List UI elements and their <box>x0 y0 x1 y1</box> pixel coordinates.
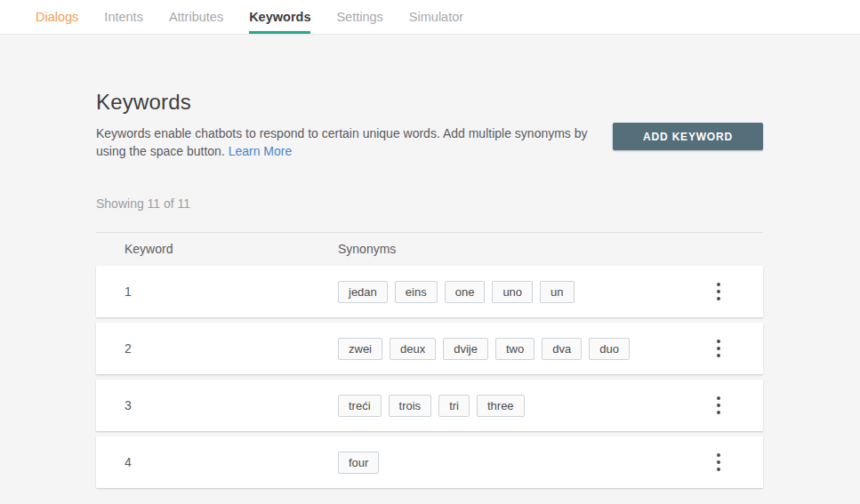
keyword-cell: 3 <box>96 398 338 412</box>
page-description-text: Keywords enable chatbots to respond to c… <box>96 126 588 158</box>
page-title: Keywords <box>96 90 763 115</box>
synonyms-cell: four <box>338 452 631 474</box>
tab-simulator[interactable]: Simulator <box>409 0 463 34</box>
page-header: Keywords Keywords enable chatbots to res… <box>96 35 763 160</box>
keyword-cell: 4 <box>96 455 338 469</box>
tab-attributes[interactable]: Attributes <box>169 0 223 34</box>
tab-settings[interactable]: Settings <box>336 0 382 34</box>
synonym-chip[interactable]: tri <box>438 395 470 417</box>
row-menu <box>713 279 763 304</box>
row-menu <box>713 450 763 475</box>
kebab-menu-icon[interactable] <box>713 450 724 475</box>
table-row: 2 zweideuxdvijetwodvaduo <box>96 323 763 374</box>
column-header-keyword: Keyword <box>96 242 338 256</box>
synonym-chip[interactable]: three <box>477 395 525 417</box>
synonym-chip[interactable]: dva <box>542 338 582 360</box>
top-nav: DialogsIntentsAttributesKeywordsSettings… <box>0 0 860 35</box>
kebab-menu-icon[interactable] <box>713 336 724 361</box>
synonym-chip[interactable]: duo <box>589 338 630 360</box>
synonym-chip[interactable]: jedan <box>338 281 388 303</box>
synonym-chip[interactable]: zwei <box>338 338 382 360</box>
kebab-menu-icon[interactable] <box>713 393 724 418</box>
row-menu <box>713 393 763 418</box>
table-row: 3 trećitroistrithree <box>96 380 763 431</box>
column-header-synonyms: Synonyms <box>338 242 763 256</box>
table-header: Keyword Synonyms <box>96 232 763 266</box>
synonym-chip[interactable]: eins <box>395 281 438 303</box>
synonym-chip[interactable]: one <box>445 281 486 303</box>
synonyms-cell: trećitroistrithree <box>338 395 631 417</box>
synonym-chip[interactable]: trois <box>389 395 432 417</box>
tab-dialogs[interactable]: Dialogs <box>36 0 78 34</box>
synonym-chip[interactable]: treći <box>338 395 382 417</box>
table-row: 4 four <box>96 436 763 488</box>
synonym-chip[interactable]: two <box>495 338 534 360</box>
showing-count: Showing 11 of 11 <box>96 196 763 211</box>
kebab-menu-icon[interactable] <box>713 279 724 304</box>
synonym-chip[interactable]: deux <box>390 338 436 360</box>
synonym-chip[interactable]: uno <box>492 281 533 303</box>
synonym-chip[interactable]: un <box>540 281 574 303</box>
synonym-chip[interactable]: dvije <box>443 338 488 360</box>
page-description: Keywords enable chatbots to respond to c… <box>96 124 607 160</box>
tab-intents[interactable]: Intents <box>104 0 143 34</box>
keywords-page: Keywords Keywords enable chatbots to res… <box>96 35 763 488</box>
tab-keywords[interactable]: Keywords <box>249 0 310 34</box>
keyword-cell: 2 <box>96 341 338 356</box>
table-row: 1 jedaneinsoneunoun <box>96 266 763 317</box>
synonym-chip[interactable]: four <box>338 452 379 474</box>
keyword-cell: 1 <box>96 284 338 299</box>
synonyms-cell: jedaneinsoneunoun <box>338 281 631 303</box>
synonyms-cell: zweideuxdvijetwodvaduo <box>338 338 631 360</box>
row-menu <box>713 336 763 361</box>
add-keyword-button[interactable]: ADD KEYWORD <box>613 123 763 150</box>
keywords-table-body: 1 jedaneinsoneunoun 2 zweideuxdvijetwodv… <box>96 266 763 488</box>
learn-more-link[interactable]: Learn More <box>229 144 293 158</box>
